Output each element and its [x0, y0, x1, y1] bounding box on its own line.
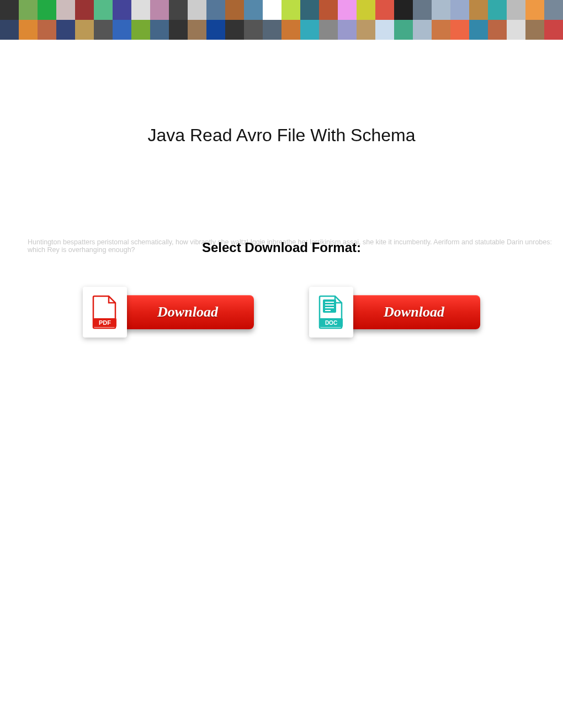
thumbnail — [469, 20, 488, 40]
thumbnail — [113, 20, 131, 40]
thumbnail — [300, 0, 319, 20]
thumbnail — [131, 20, 150, 40]
thumbnail — [206, 20, 225, 40]
thumbnail — [282, 20, 300, 40]
thumbnail — [206, 0, 225, 20]
thumbnail — [282, 0, 300, 20]
thumbnail — [225, 0, 244, 20]
thumbnail — [38, 20, 56, 40]
thumbnail — [507, 0, 525, 20]
pdf-download-button[interactable]: Download — [121, 295, 254, 329]
pdf-file-icon: PDF — [83, 287, 127, 338]
thumbnail — [469, 0, 488, 20]
thumbnail — [131, 0, 150, 20]
thumbnail — [75, 20, 94, 40]
thumbnail — [525, 20, 544, 40]
thumbnail — [225, 20, 244, 40]
thumbnail — [338, 0, 357, 20]
thumbnail — [319, 20, 338, 40]
thumbnail — [413, 20, 432, 40]
thumbnail — [56, 0, 75, 20]
thumbnail — [319, 0, 338, 20]
thumbnail — [38, 0, 56, 20]
thumbnail — [394, 20, 413, 40]
thumbnail — [244, 0, 263, 20]
thumbnail — [244, 20, 263, 40]
thumbnail — [150, 0, 169, 20]
thumbnail — [19, 0, 38, 20]
thumbnail — [432, 0, 450, 20]
thumbnail — [357, 20, 375, 40]
thumbnail — [169, 20, 188, 40]
thumbnail — [0, 0, 19, 20]
thumbnail — [188, 20, 206, 40]
thumbnail — [150, 20, 169, 40]
doc-download-label: Download — [384, 304, 444, 320]
thumbnail — [450, 20, 469, 40]
thumbnail — [375, 0, 394, 20]
thumbnail — [113, 0, 131, 20]
thumbnail — [19, 20, 38, 40]
thumbnail — [188, 0, 206, 20]
thumbnail-banner — [0, 0, 563, 40]
thumbnail — [357, 0, 375, 20]
thumbnail — [413, 0, 432, 20]
pdf-download[interactable]: PDF Download — [83, 287, 254, 338]
thumbnail — [94, 20, 113, 40]
thumbnail — [525, 0, 544, 20]
doc-download[interactable]: DOC Download — [309, 287, 480, 338]
thumbnail — [394, 0, 413, 20]
thumbnail — [263, 0, 282, 20]
thumbnail — [432, 20, 450, 40]
thumbnail — [375, 20, 394, 40]
thumbnail — [0, 20, 19, 40]
thumbnail — [75, 0, 94, 20]
thumbnail — [300, 20, 319, 40]
thumbnail — [544, 0, 563, 20]
thumbnail — [450, 0, 469, 20]
doc-download-button[interactable]: Download — [348, 295, 480, 329]
thumbnail — [263, 20, 282, 40]
svg-text:PDF: PDF — [99, 319, 111, 326]
page-title: Java Read Avro File With Schema — [0, 125, 563, 146]
thumbnail — [488, 0, 507, 20]
download-section: PDF Download DOC Download — [0, 287, 563, 338]
thumbnail — [544, 20, 563, 40]
pdf-download-label: Download — [157, 304, 218, 320]
thumbnail — [507, 20, 525, 40]
thumbnail — [338, 20, 357, 40]
thumbnail — [94, 0, 113, 20]
thumbnail — [488, 20, 507, 40]
select-format-label: Select Download Format: — [0, 240, 563, 255]
svg-text:DOC: DOC — [325, 320, 337, 326]
thumbnail — [169, 0, 188, 20]
doc-file-icon: DOC — [309, 287, 353, 338]
thumbnail — [56, 20, 75, 40]
